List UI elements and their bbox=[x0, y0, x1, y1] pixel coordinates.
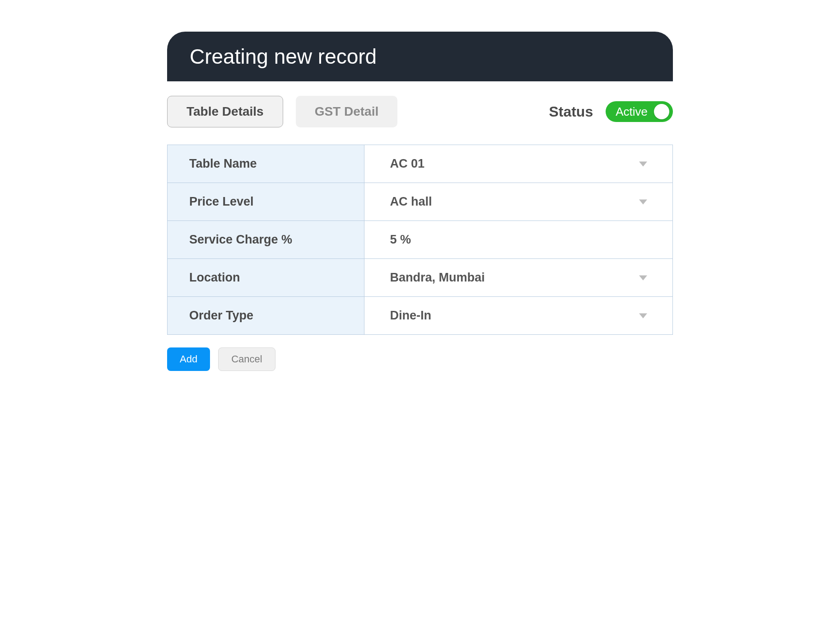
chevron-down-icon bbox=[639, 199, 647, 204]
tab-gst-detail[interactable]: GST Detail bbox=[296, 96, 398, 127]
status-toggle[interactable]: Active bbox=[606, 101, 673, 122]
field-row-service-charge: Service Charge % 5 % bbox=[168, 221, 673, 259]
field-value-order-type[interactable]: Dine-In bbox=[364, 297, 673, 335]
status-label: Status bbox=[549, 103, 593, 120]
page-title: Creating new record bbox=[190, 44, 650, 69]
form-table: Table Name AC 01 Price Level AC hall Ser… bbox=[167, 145, 673, 335]
field-label: Price Level bbox=[168, 183, 364, 221]
tabs-group: Table Details GST Detail bbox=[167, 96, 397, 127]
field-value-text: Bandra, Mumbai bbox=[390, 271, 485, 284]
field-value-text: AC 01 bbox=[390, 157, 425, 170]
field-value-table-name[interactable]: AC 01 bbox=[364, 145, 673, 183]
add-button[interactable]: Add bbox=[167, 347, 210, 371]
status-group: Status Active bbox=[549, 101, 673, 122]
chevron-down-icon bbox=[639, 275, 647, 280]
toggle-knob bbox=[654, 104, 669, 119]
field-value-text: Dine-In bbox=[390, 309, 431, 322]
page-header: Creating new record bbox=[167, 32, 673, 81]
field-value-service-charge[interactable]: 5 % bbox=[364, 221, 673, 259]
field-value-text: 5 % bbox=[390, 233, 411, 246]
field-label: Location bbox=[168, 259, 364, 297]
field-value-text: AC hall bbox=[390, 195, 432, 208]
field-value-location[interactable]: Bandra, Mumbai bbox=[364, 259, 673, 297]
chevron-down-icon bbox=[639, 161, 647, 166]
field-label: Table Name bbox=[168, 145, 364, 183]
field-label: Order Type bbox=[168, 297, 364, 335]
button-row: Add Cancel bbox=[167, 347, 673, 371]
field-row-location: Location Bandra, Mumbai bbox=[168, 259, 673, 297]
controls-row: Table Details GST Detail Status Active bbox=[167, 81, 673, 142]
status-toggle-label: Active bbox=[616, 105, 648, 119]
field-row-price-level: Price Level AC hall bbox=[168, 183, 673, 221]
chevron-down-icon bbox=[639, 313, 647, 318]
field-label: Service Charge % bbox=[168, 221, 364, 259]
field-value-price-level[interactable]: AC hall bbox=[364, 183, 673, 221]
field-row-table-name: Table Name AC 01 bbox=[168, 145, 673, 183]
field-row-order-type: Order Type Dine-In bbox=[168, 297, 673, 335]
cancel-button[interactable]: Cancel bbox=[218, 347, 275, 371]
tab-table-details[interactable]: Table Details bbox=[167, 96, 283, 127]
